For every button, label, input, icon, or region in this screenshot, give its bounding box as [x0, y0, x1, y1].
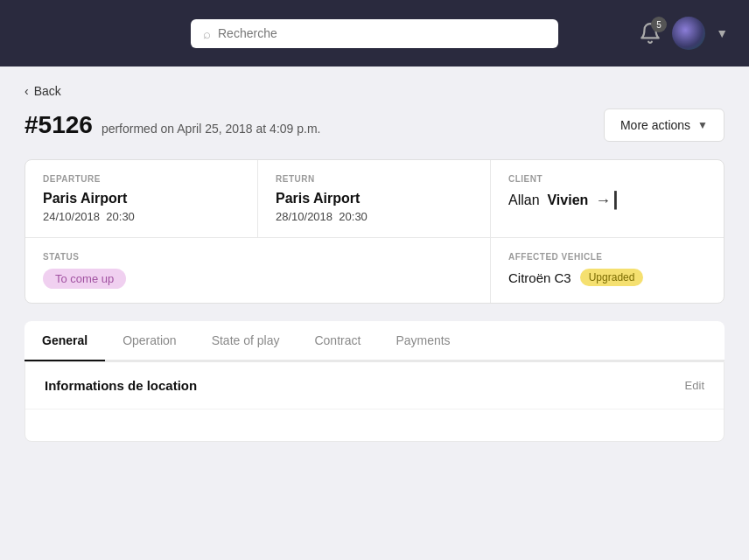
user-menu-chevron[interactable]: ▼ [716, 26, 728, 40]
vehicle-name: Citroën C3 [508, 270, 571, 285]
vehicle-row: Citroën C3 Upgraded [508, 269, 706, 286]
nav-right: 5 ▼ [639, 17, 728, 50]
client-link-icon[interactable]: →┃ [595, 191, 620, 210]
more-actions-chevron-icon: ▼ [697, 119, 708, 131]
client-name: Allan Vivien [508, 192, 588, 208]
upgraded-badge: Upgraded [580, 269, 644, 286]
tab-state-of-play[interactable]: State of play [194, 321, 298, 360]
page-id: #5126 [24, 111, 93, 139]
departure-label: DEPARTURE [43, 174, 240, 184]
info-cards-grid: DEPARTURE Paris Airport 24/10/2018 20:30… [24, 159, 724, 304]
back-link[interactable]: ‹ Back [24, 84, 724, 98]
main-content: ‹ Back #5126 performed on April 25, 2018… [0, 66, 749, 560]
tab-contract[interactable]: Contract [297, 321, 378, 360]
status-card: STATUS To come up [25, 238, 491, 303]
more-actions-button[interactable]: More actions ▼ [604, 108, 724, 142]
search-icon: ⌕ [203, 26, 211, 41]
section-header: Informations de location Edit [25, 362, 724, 410]
client-row: Allan Vivien →┃ [508, 191, 706, 210]
page-header: #5126 performed on April 25, 2018 at 4:0… [24, 108, 724, 142]
departure-card: DEPARTURE Paris Airport 24/10/2018 20:30 [25, 160, 258, 238]
tabs-section: General Operation State of play Contract… [24, 321, 724, 442]
return-time: 20:30 [339, 210, 368, 223]
page-title-row: #5126 performed on April 25, 2018 at 4:0… [24, 111, 320, 139]
return-date: 28/10/2018 [276, 210, 332, 223]
return-card: RETURN Paris Airport 28/10/2018 20:30 [258, 160, 491, 238]
more-actions-label: More actions [620, 118, 690, 132]
tab-payments[interactable]: Payments [378, 321, 467, 360]
client-label: CLIENT [508, 174, 706, 184]
departure-city: Paris Airport [43, 191, 240, 206]
return-city: Paris Airport [276, 191, 472, 206]
tabs-row: General Operation State of play Contract… [24, 321, 724, 361]
departure-time: 20:30 [106, 210, 135, 223]
status-badge: To come up [43, 269, 126, 289]
notification-count: 5 [651, 17, 667, 32]
status-label: STATUS [43, 252, 472, 262]
tab-general[interactable]: General [24, 321, 105, 360]
vehicle-card: AFFECTED VEHICLE Citroën C3 Upgraded [491, 238, 724, 303]
client-last-name: Vivien [547, 192, 588, 207]
tab-operation[interactable]: Operation [105, 321, 193, 360]
edit-link[interactable]: Edit [685, 379, 704, 392]
back-label: Back [34, 84, 61, 98]
notification-bell[interactable]: 5 [639, 22, 662, 45]
departure-date: 24/10/2018 [43, 210, 100, 223]
search-input[interactable] [218, 26, 546, 40]
top-navigation: ⌕ 5 ▼ [0, 0, 749, 66]
page-subtitle: performed on April 25, 2018 at 4:09 p.m. [102, 122, 321, 136]
vehicle-label: AFFECTED VEHICLE [508, 252, 706, 262]
departure-datetime: 24/10/2018 20:30 [43, 210, 240, 223]
client-first-name: Allan [508, 192, 540, 207]
client-card: CLIENT Allan Vivien →┃ [491, 160, 724, 238]
section-content [25, 410, 724, 441]
return-datetime: 28/10/2018 20:30 [276, 210, 472, 223]
return-label: RETURN [276, 174, 472, 184]
search-bar[interactable]: ⌕ [191, 19, 558, 48]
section-title: Informations de location [45, 378, 197, 393]
avatar[interactable] [672, 17, 705, 50]
back-arrow-icon: ‹ [24, 84, 29, 98]
section-card: Informations de location Edit [24, 361, 724, 442]
